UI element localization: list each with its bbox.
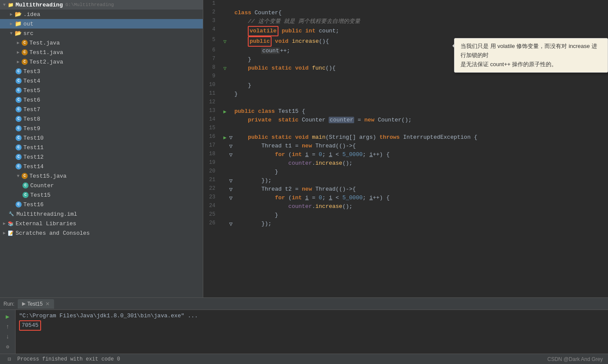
sidebar-item-test8[interactable]: C Test8 — [0, 114, 203, 124]
sidebar-item-counter[interactable]: C Counter — [0, 181, 203, 190]
expand-arrow: ▶ — [16, 59, 21, 64]
line-number: 12 — [203, 99, 221, 107]
sidebar-item-test16[interactable]: C Test16 — [0, 200, 203, 209]
java-class-icon: C — [16, 154, 22, 160]
bp-gutter: ▽ — [229, 142, 233, 150]
scroll-up-button[interactable]: ↑ — [3, 322, 13, 331]
java-class-icon: C — [16, 125, 22, 131]
run-gutter[interactable]: ▶ — [221, 107, 229, 116]
java-class-icon: C — [16, 135, 22, 141]
run-gutter: ▽ — [221, 64, 229, 73]
line-code: } — [233, 90, 608, 99]
line-code: public static void main(String[] args) t… — [233, 133, 608, 142]
java-class-icon: C — [16, 106, 22, 112]
line-number: 19 — [203, 159, 221, 168]
java-class-icon: C — [16, 68, 22, 74]
line-code: Thread t1 = new Thread(()->{ — [233, 142, 608, 150]
java-class-icon: C — [22, 40, 28, 46]
run-button[interactable]: ▶ — [3, 313, 13, 321]
close-tab-button[interactable]: ✕ — [45, 301, 50, 307]
java-class-icon: C — [16, 163, 22, 169]
table-row: 1 — [203, 0, 608, 9]
line-number: 23 — [203, 194, 221, 202]
table-row: 16 ▶ ▽ public static void main(String[] … — [203, 133, 608, 142]
sidebar-item-test7[interactable]: C Test7 — [0, 105, 203, 114]
expand-arrow: ▶ — [9, 12, 14, 17]
line-code: class Counter{ — [233, 9, 608, 17]
sidebar-item-test10[interactable]: C Test10 — [0, 133, 203, 143]
line-number: 3 — [203, 17, 221, 26]
sidebar-item-idea[interactable]: ▶ 📂 .idea — [0, 10, 203, 19]
sidebar-label: Test3 — [23, 68, 40, 75]
run-gutter — [221, 90, 229, 99]
sidebar-item-test14[interactable]: C Test14 — [0, 162, 203, 171]
sidebar-item-src[interactable]: ▼ 📂 src — [0, 29, 203, 38]
project-icon: 📁 — [8, 2, 14, 8]
sidebar-item-test9[interactable]: C Test9 — [0, 124, 203, 133]
sidebar-item-scratches[interactable]: ▶ 📝 Scratches and Consoles — [0, 228, 203, 238]
sidebar-label-src: src — [23, 30, 33, 37]
run-tab[interactable]: ▶ Test15 ✕ — [18, 299, 54, 309]
run-gutter[interactable]: ▶ — [221, 133, 229, 142]
sidebar-item-test6[interactable]: C Test6 — [0, 95, 203, 105]
sidebar-item-out[interactable]: ▶ 📁 out — [0, 19, 203, 29]
sidebar-item-test4[interactable]: C Test4 — [0, 76, 203, 86]
line-code: } — [233, 211, 608, 220]
sidebar-label: Scratches and Consoles — [16, 230, 90, 236]
bp-gutter — [229, 107, 233, 116]
line-number: 15 — [203, 125, 221, 133]
sidebar-item-test5[interactable]: C Test5 — [0, 86, 203, 95]
sidebar-label: Test8 — [23, 116, 40, 122]
sidebar-label: Test16 — [23, 201, 44, 208]
sidebar-item-test-java[interactable]: ▶ C Test.java — [0, 38, 203, 48]
collapse-arrow: ▼ — [2, 2, 7, 7]
java-class-icon: C — [16, 144, 22, 150]
java-class-icon: C — [22, 173, 28, 179]
line-code: for (int i = 0; i < 5_0000; i++) { — [233, 150, 608, 159]
run-gutter — [221, 220, 229, 228]
table-row: 22 ▽ Thread t2 = new Thread(()->{ — [203, 185, 608, 194]
bp-gutter — [229, 159, 233, 168]
java-class-icon: C — [22, 182, 29, 188]
run-gutter — [221, 185, 229, 194]
scroll-down-button[interactable]: ↓ — [3, 333, 13, 341]
sidebar-item-ext-lib[interactable]: ▶ 📚 External Libraries — [0, 219, 203, 228]
sidebar-item-test15[interactable]: C Test15 — [0, 190, 203, 200]
run-gutter — [221, 73, 229, 81]
code-content[interactable]: 当我们只是 用 volatile 修饰变量，而没有对 increase 进行加锁… — [203, 0, 608, 297]
line-number: 2 — [203, 9, 221, 17]
sidebar-item-test15-java[interactable]: ▼ C Test15.java — [0, 171, 203, 181]
line-number: 4 — [203, 26, 221, 36]
line-code: }); — [233, 220, 608, 228]
sidebar-item-test11[interactable]: C Test11 — [0, 143, 203, 152]
table-row: 18 ▽ for (int i = 0; i < 5_0000; i++) { — [203, 150, 608, 159]
bp-gutter: ▽ — [229, 133, 233, 142]
sidebar-item-test2[interactable]: ▶ C Test2.java — [0, 57, 203, 67]
line-code: }); — [233, 176, 608, 185]
line-number: 7 — [203, 55, 221, 64]
project-root[interactable]: ▼ 📁 Multithreading G:\Multithreading — [0, 0, 203, 10]
expand-arrow: ▶ — [9, 21, 14, 26]
folder-icon: 📂 — [15, 30, 22, 37]
run-gutter — [221, 0, 229, 9]
line-number: 26 — [203, 220, 221, 228]
java-class-icon: C — [16, 78, 22, 84]
run-gutter — [221, 176, 229, 185]
line-number: 6 — [203, 47, 221, 55]
line-code: // 这个变量 就是 两个线程要去自增的变量 — [233, 17, 608, 26]
sidebar-item-test3[interactable]: C Test3 — [0, 67, 203, 76]
sidebar-item-iml[interactable]: 🔧 Multithreading.iml — [0, 209, 203, 219]
table-row: 19 counter.increase(); — [203, 159, 608, 168]
sidebar-item-test12[interactable]: C Test12 — [0, 152, 203, 162]
terminal-icon[interactable]: ⊟ — [5, 355, 14, 364]
bp-gutter — [229, 47, 233, 55]
line-code — [233, 99, 608, 107]
command-line: "C:\Program Files\Java\jdk1.8.0_301\bin\… — [19, 312, 605, 320]
bp-gutter — [229, 202, 233, 211]
sidebar-item-test1[interactable]: ▶ C Test1.java — [0, 48, 203, 57]
expand-arrow: ▶ — [2, 230, 7, 236]
expand-arrow: ▶ — [16, 40, 21, 45]
table-row: 21 ▽ }); — [203, 176, 608, 185]
code-table: 1 2 class Counter{ 3 — [203, 0, 608, 228]
settings-button[interactable]: ⚙ — [3, 343, 13, 351]
